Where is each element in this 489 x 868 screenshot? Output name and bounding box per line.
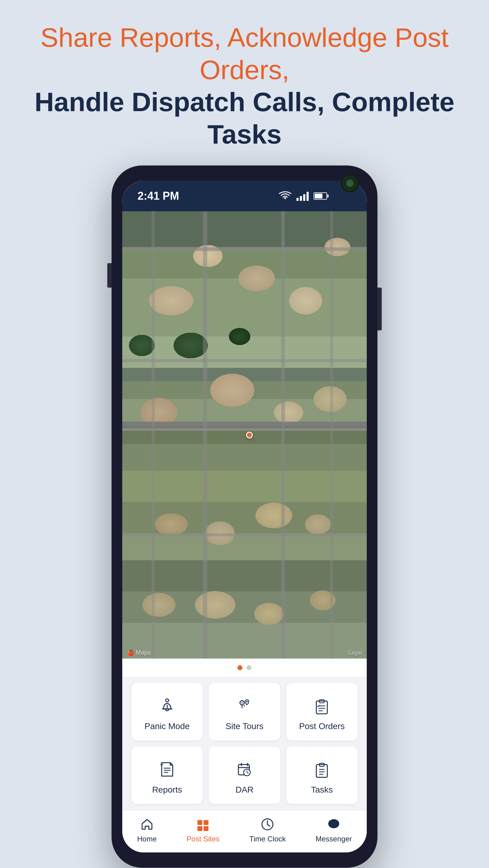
- reports-card[interactable]: Reports: [132, 746, 203, 804]
- status-time: 2:41 PM: [138, 190, 179, 203]
- svg-point-7: [241, 702, 243, 704]
- tasks-icon: [311, 759, 333, 780]
- dar-icon: [234, 759, 255, 780]
- front-camera: [341, 174, 359, 192]
- svg-rect-31: [204, 826, 208, 831]
- status-bar: 2:41 PM: [122, 181, 367, 211]
- svg-rect-30: [197, 826, 202, 831]
- map-legal: Legal: [348, 650, 362, 656]
- site-tours-label: Site Tours: [226, 721, 263, 731]
- tab-bar: Home Post Sites: [122, 810, 367, 852]
- map-background: 🍎 Maps Legal: [122, 211, 367, 658]
- site-tours-icon: [234, 695, 255, 717]
- signal-icon: [296, 191, 309, 201]
- dot-2: [247, 665, 252, 670]
- tab-home-label: Home: [137, 835, 157, 843]
- dar-card[interactable]: DAR: [209, 746, 280, 804]
- page-dots: [122, 658, 367, 677]
- headline-dark: Handle Dispatch Calls, Complete Tasks: [34, 87, 455, 149]
- tasks-label: Tasks: [311, 785, 333, 795]
- headline-orange: Share Reports, Acknowledge Post Orders,: [40, 22, 448, 85]
- svg-point-0: [166, 699, 169, 702]
- tab-time-clock-label: Time Clock: [250, 835, 286, 843]
- action-grid: Panic Mode: [122, 677, 367, 810]
- post-sites-icon: [195, 816, 211, 832]
- reports-label: Reports: [152, 785, 182, 795]
- home-icon: [139, 816, 155, 832]
- tasks-card[interactable]: Tasks: [286, 746, 357, 804]
- time-clock-icon: [259, 816, 276, 832]
- map-area: 🍎 Maps Legal: [122, 211, 367, 658]
- svg-point-4: [244, 705, 245, 707]
- svg-point-2: [167, 708, 168, 709]
- post-orders-label: Post Orders: [299, 721, 345, 731]
- apple-maps-label: Maps: [136, 649, 151, 656]
- map-roads: [122, 211, 367, 658]
- tab-time-clock[interactable]: Time Clock: [250, 816, 286, 843]
- post-orders-card[interactable]: Post Orders: [286, 683, 357, 740]
- messenger-icon: [326, 816, 342, 832]
- headline: Share Reports, Acknowledge Post Orders, …: [0, 0, 489, 165]
- status-icons: [279, 191, 327, 201]
- map-attribution: 🍎 Maps: [127, 649, 151, 656]
- tab-post-sites[interactable]: Post Sites: [186, 816, 220, 843]
- panic-icon: [156, 695, 178, 717]
- map-pin: [246, 432, 253, 438]
- battery-icon: [314, 192, 327, 200]
- svg-rect-29: [204, 820, 208, 825]
- tab-messenger[interactable]: Messenger: [316, 816, 352, 843]
- panic-mode-label: Panic Mode: [145, 721, 190, 731]
- wifi-icon: [279, 191, 292, 201]
- tab-home[interactable]: Home: [137, 816, 157, 843]
- tab-messenger-label: Messenger: [316, 835, 352, 843]
- headline-text: Share Reports, Acknowledge Post Orders, …: [24, 21, 465, 150]
- phone-screen: 2:41 PM: [122, 181, 367, 852]
- post-orders-icon: [311, 695, 333, 717]
- svg-point-36: [329, 820, 339, 828]
- dar-label: DAR: [235, 785, 253, 795]
- svg-rect-28: [197, 820, 202, 825]
- tab-post-sites-label: Post Sites: [186, 835, 220, 843]
- panic-mode-card[interactable]: Panic Mode: [132, 683, 203, 740]
- svg-point-6: [246, 701, 248, 703]
- phone-shell: 2:41 PM: [112, 165, 377, 868]
- site-tours-card[interactable]: Site Tours: [209, 683, 280, 740]
- dot-1: [237, 665, 242, 670]
- reports-icon: [156, 759, 178, 780]
- svg-line-34: [267, 824, 270, 826]
